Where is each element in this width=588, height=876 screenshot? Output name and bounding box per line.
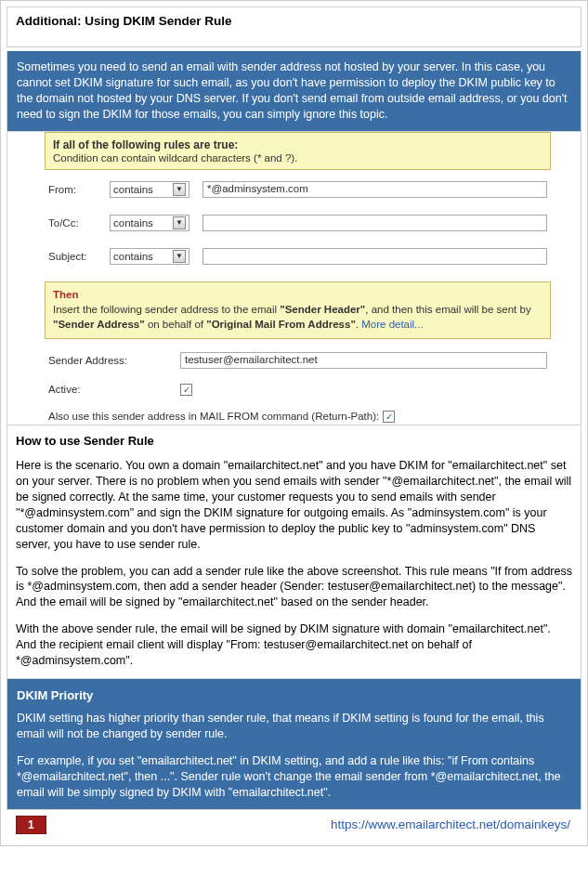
then-text-c: on behalf of — [145, 319, 207, 330]
intro-panel: Sometimes you need to send an email with… — [7, 51, 581, 132]
from-operator-value: contains — [113, 184, 153, 195]
howto-p2: To solve the problem, you can add a send… — [16, 564, 572, 611]
check-icon: ✓ — [183, 385, 190, 395]
sender-row: Sender Address: testuser@emailarchitect.… — [48, 352, 547, 369]
active-row: Active: ✓ — [48, 384, 547, 396]
footer-link[interactable]: https://www.emailarchitect.net/domainkey… — [331, 817, 570, 831]
then-title: Then — [53, 287, 542, 302]
then-text-a: Insert the following sender address to t… — [53, 304, 280, 315]
tocc-value-input[interactable] — [203, 215, 547, 231]
from-label: From: — [48, 184, 97, 195]
also-checkbox[interactable]: ✓ — [383, 411, 395, 423]
check-icon: ✓ — [385, 412, 393, 422]
also-text: Also use this sender address in MAIL FRO… — [48, 411, 379, 422]
rule-condition-header: If all of the following rules are true: … — [45, 132, 551, 170]
page-number-badge: 1 — [16, 816, 46, 834]
active-label: Active: — [48, 384, 167, 395]
intro-text: Sometimes you need to send an email with… — [17, 59, 571, 123]
then-text-b: , and then this email will be sent by — [365, 304, 530, 315]
howto-p3: With the above sender rule, the email wi… — [16, 621, 572, 669]
howto-p1: Here is the scenario. You own a domain "… — [16, 458, 572, 552]
subject-row: Subject: contains ▼ — [48, 248, 547, 265]
rule-form: If all of the following rules are true: … — [7, 132, 581, 425]
then-hl-a: "Sender Header" — [280, 304, 365, 315]
chevron-down-icon: ▼ — [173, 183, 186, 196]
chevron-down-icon: ▼ — [173, 216, 186, 229]
active-checkbox[interactable]: ✓ — [180, 384, 192, 396]
tocc-operator-select[interactable]: contains ▼ — [110, 215, 189, 231]
tocc-label: To/Cc: — [48, 217, 97, 229]
title-panel: Additional: Using DKIM Sender Rule — [7, 7, 581, 47]
chevron-down-icon: ▼ — [173, 250, 186, 263]
sender-address-input[interactable]: testuser@emailarchitect.net — [180, 352, 547, 369]
priority-p2: For example, if you set "emailarchitect.… — [17, 753, 571, 801]
from-row: From: contains ▼ *@adminsystem.com — [48, 181, 547, 198]
priority-panel: DKIM Priority DKIM setting has higher pr… — [7, 679, 581, 810]
rule-condition-title: If all of the following rules are true: — [53, 138, 542, 151]
howto-title: How to use Sender Rule — [16, 433, 572, 450]
tocc-operator-value: contains — [113, 217, 153, 229]
then-box: Then Insert the following sender address… — [45, 281, 551, 339]
subject-operator-value: contains — [113, 251, 153, 262]
more-detail-link[interactable]: More detail... — [361, 319, 423, 330]
then-hl-b: "Sender Address" — [53, 319, 145, 330]
howto-section: How to use Sender Rule Here is the scena… — [7, 425, 581, 679]
tocc-row: To/Cc: contains ▼ — [48, 215, 547, 231]
priority-title: DKIM Priority — [17, 687, 571, 704]
then-hl-c: "Original Mail From Address" — [206, 319, 356, 330]
page-title: Additional: Using DKIM Sender Rule — [16, 14, 572, 28]
subject-operator-select[interactable]: contains ▼ — [110, 248, 189, 265]
sender-address-label: Sender Address: — [48, 355, 167, 366]
subject-label: Subject: — [48, 251, 97, 262]
footer: 1 https://www.emailarchitect.net/domaink… — [7, 810, 581, 840]
page-container: Additional: Using DKIM Sender Rule Somet… — [0, 0, 588, 846]
from-operator-select[interactable]: contains ▼ — [110, 181, 189, 198]
rule-condition-sub: Condition can contain wildcard character… — [53, 152, 542, 163]
priority-p1: DKIM setting has higher priority than se… — [17, 711, 571, 742]
also-row: Also use this sender address in MAIL FRO… — [48, 411, 547, 425]
from-value-input[interactable]: *@adminsystem.com — [203, 181, 547, 198]
subject-value-input[interactable] — [203, 248, 547, 265]
